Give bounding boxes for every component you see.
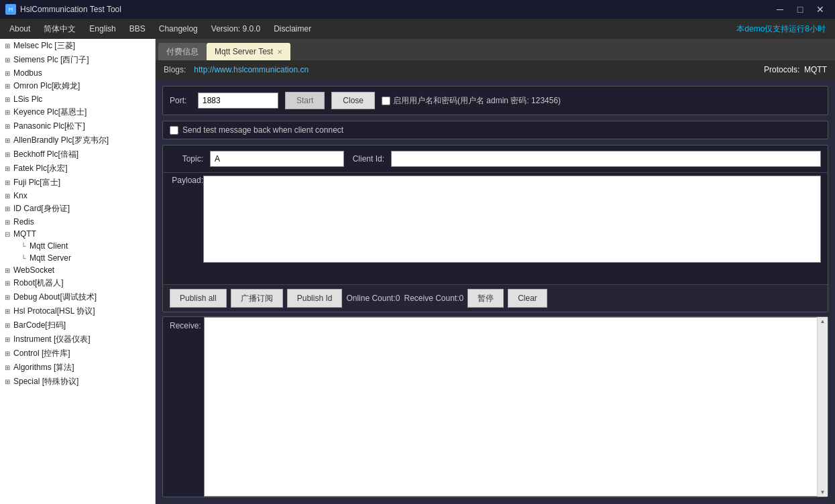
sidebar-item-panasonic[interactable]: ⊞ Panasonic Plc[松下]: [0, 119, 155, 133]
expand-icon-robot: ⊞: [3, 279, 12, 288]
sidebar-item-melsec[interactable]: ⊞ Melsec Plc [三菱]: [0, 39, 155, 53]
port-input[interactable]: [198, 92, 278, 109]
blogs-url[interactable]: http://www.hslcommunication.cn: [194, 65, 309, 74]
expand-icon-modbus: ⊞: [3, 68, 12, 78]
branch-icon-mqtt-client: └: [19, 241, 28, 251]
info-bar: Blogs: http://www.hslcommunication.cn Pr…: [156, 60, 835, 79]
sidebar-item-omron[interactable]: ⊞ Omron Plc[欧姆龙]: [0, 79, 155, 93]
clientid-input[interactable]: [391, 151, 821, 167]
tab-close-icon[interactable]: ✕: [277, 48, 282, 56]
expand-icon-knx: ⊞: [3, 191, 12, 200]
action-bar: Publish all 广播订阅 Publish Id Online Count…: [163, 284, 828, 312]
sidebar-item-knx[interactable]: ⊞ Knx: [0, 190, 155, 202]
sidebar-item-special[interactable]: ⊞ Special [特殊协议]: [0, 375, 155, 389]
receive-textarea[interactable]: [204, 317, 828, 497]
main-container: ⊞ Melsec Plc [三菱] ⊞ Siemens Plc [西门子] ⊞ …: [0, 39, 835, 504]
sidebar-item-beckhoff[interactable]: ⊞ Beckhoff Plc[倍福]: [0, 147, 155, 162]
publish-id-button[interactable]: Publish Id: [287, 289, 343, 308]
app-title: HslCommunication Test Tool: [20, 5, 121, 14]
expand-icon-fatek: ⊞: [3, 164, 12, 174]
expand-icon-allen: ⊞: [3, 136, 12, 145]
expand-icon-instrument: ⊞: [3, 335, 12, 344]
menu-disclaimer[interactable]: Disclaimer: [267, 21, 318, 36]
expand-icon-siemens: ⊞: [3, 56, 12, 65]
main-panel: Port: Start Close 启用用户名和密码(用户名 admin 密码:…: [156, 79, 835, 504]
expand-icon-hsl: ⊞: [3, 307, 12, 316]
topic-label: Topic:: [170, 154, 203, 164]
tab-mqtt-server-test[interactable]: Mqtt Server Test ✕: [207, 43, 290, 60]
payload-textarea[interactable]: [203, 176, 821, 263]
sidebar-item-instrument[interactable]: ⊞ Instrument [仪器仪表]: [0, 332, 155, 346]
sidebar-item-websocket[interactable]: ⊞ WebSocket: [0, 264, 155, 276]
expand-icon-idcard: ⊞: [3, 204, 12, 214]
expand-icon-mqtt: ⊟: [3, 229, 12, 239]
sidebar-item-allen[interactable]: ⊞ AllenBrandly Plc[罗克韦尔]: [0, 133, 155, 147]
expand-icon-websocket: ⊞: [3, 265, 12, 275]
sidebar-item-mqtt-server[interactable]: └ Mqtt Server: [0, 252, 155, 264]
menu-about[interactable]: About: [3, 21, 37, 36]
close-button[interactable]: ✕: [811, 2, 830, 17]
expand-icon-algorithms: ⊞: [3, 363, 12, 373]
maximize-button[interactable]: □: [791, 2, 810, 17]
scroll-down-icon[interactable]: ▼: [820, 489, 826, 495]
blogs-label: Blogs:: [164, 65, 186, 74]
expand-icon-special: ⊞: [3, 377, 12, 387]
sidebar-item-control[interactable]: ⊞ Control [控件库]: [0, 346, 155, 361]
topic-clientid-row: Topic: Client Id:: [163, 145, 828, 173]
message-panel: Topic: Client Id: Payload: Publish all 广…: [162, 145, 828, 312]
title-bar: H HslCommunication Test Tool ─ □ ✕: [0, 0, 835, 19]
send-test-label: Send test message back when client conne…: [182, 125, 343, 135]
connection-row: Port: Start Close 启用用户名和密码(用户名 admin 密码:…: [162, 86, 828, 115]
window-controls: ─ □ ✕: [771, 2, 830, 17]
receive-label: Receive:: [163, 317, 204, 330]
menu-simplified-chinese[interactable]: 简体中文: [37, 21, 82, 38]
sidebar-item-mqtt[interactable]: ⊟ MQTT: [0, 228, 155, 240]
start-button[interactable]: Start: [285, 92, 325, 109]
sidebar-item-robot[interactable]: ⊞ Robot[机器人]: [0, 276, 155, 290]
close-button-conn[interactable]: Close: [331, 92, 375, 109]
expand-icon-redis: ⊞: [3, 217, 12, 227]
broadcast-button[interactable]: 广播订阅: [231, 289, 283, 308]
sidebar-item-debug[interactable]: ⊞ Debug About[调试技术]: [0, 290, 155, 304]
sidebar-item-algorithms[interactable]: ⊞ Algorithms [算法]: [0, 361, 155, 375]
sidebar-item-lsis[interactable]: ⊞ LSis Plc: [0, 93, 155, 105]
sidebar-item-barcode[interactable]: ⊞ BarCode[扫码]: [0, 318, 155, 332]
minimize-button[interactable]: ─: [771, 2, 789, 17]
expand-icon-barcode: ⊞: [3, 321, 12, 330]
branch-icon-mqtt-server: └: [19, 253, 28, 263]
send-test-checkbox[interactable]: [170, 126, 178, 135]
sidebar-item-modbus[interactable]: ⊞ Modbus: [0, 67, 155, 79]
publish-all-button[interactable]: Publish all: [170, 289, 227, 308]
sidebar-item-mqtt-client[interactable]: └ Mqtt Client: [0, 240, 155, 252]
sidebar-item-hsl[interactable]: ⊞ Hsl Protocal[HSL 协议]: [0, 304, 155, 318]
online-count-label: Online Count:0: [346, 294, 400, 303]
scroll-up-icon[interactable]: ▲: [820, 318, 826, 324]
sidebar-item-siemens[interactable]: ⊞ Siemens Plc [西门子]: [0, 53, 155, 67]
scrollbar[interactable]: ▲ ▼: [817, 317, 828, 497]
receive-panel: Receive: ▲ ▼: [162, 316, 828, 497]
sidebar-item-idcard[interactable]: ⊞ ID Card[身份证]: [0, 202, 155, 216]
clientid-label: Client Id:: [351, 154, 384, 164]
clear-button[interactable]: Clear: [508, 289, 547, 308]
use-auth-checkbox[interactable]: [382, 97, 390, 105]
sidebar-item-redis[interactable]: ⊞ Redis: [0, 216, 155, 228]
expand-icon-keyence: ⊞: [3, 108, 12, 117]
menu-bar: About 简体中文 English BBS Changelog Version…: [0, 19, 835, 39]
topic-input[interactable]: [210, 151, 344, 167]
protocols-value: MQTT: [804, 65, 827, 74]
receive-count-label: Receive Count:0: [404, 294, 463, 303]
sidebar-item-fatek[interactable]: ⊞ Fatek Plc[永宏]: [0, 162, 155, 176]
demo-notice: 本demo仅支持运行8小时: [736, 23, 832, 35]
menu-bbs[interactable]: BBS: [123, 21, 152, 36]
menu-changelog[interactable]: Changelog: [152, 21, 205, 36]
sidebar: ⊞ Melsec Plc [三菱] ⊞ Siemens Plc [西门子] ⊞ …: [0, 39, 156, 504]
tab-payment-info[interactable]: 付费信息: [158, 43, 207, 60]
tab-bar: 付费信息 Mqtt Server Test ✕: [156, 39, 835, 60]
pause-button[interactable]: 暂停: [467, 289, 504, 308]
menu-english[interactable]: English: [82, 21, 122, 36]
expand-icon-beckhoff: ⊞: [3, 150, 12, 160]
expand-icon-panasonic: ⊞: [3, 122, 12, 131]
sidebar-item-keyence[interactable]: ⊞ Keyence Plc[基恩士]: [0, 105, 155, 119]
sidebar-item-fuji[interactable]: ⊞ Fuji Plc[富士]: [0, 176, 155, 190]
expand-icon-omron: ⊞: [3, 82, 12, 91]
